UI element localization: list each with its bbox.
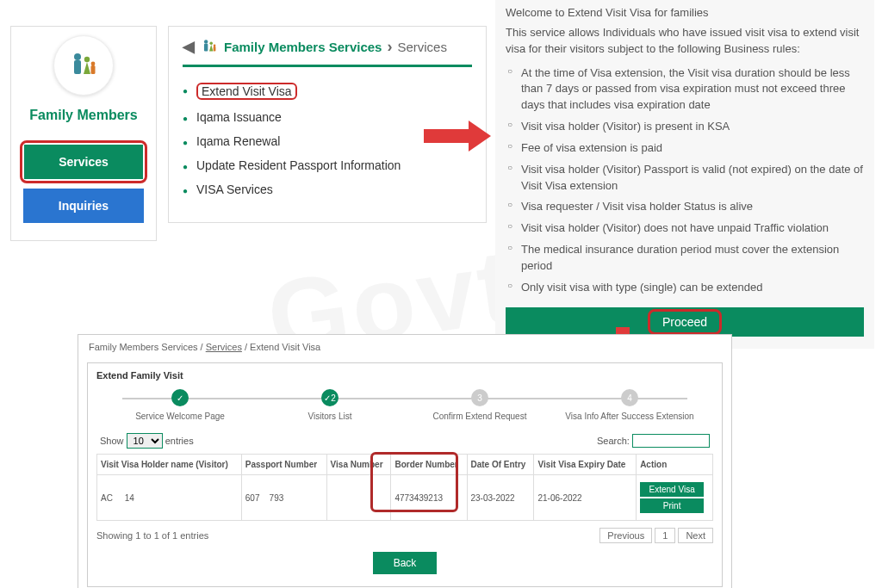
page-button[interactable]: 1 [655, 528, 675, 543]
visitors-panel: Family Members Services / Services / Ext… [78, 334, 732, 588]
svg-point-0 [74, 53, 81, 60]
service-item-passport[interactable]: Update Resident Passport Information [183, 153, 472, 177]
step-1: Service Welcome Page [105, 389, 255, 421]
search-wrap: Search: [597, 434, 710, 448]
pagination: Previous 1 Next [599, 528, 713, 543]
breadcrumb-current: Services [397, 40, 447, 54]
col-entry[interactable]: Date Of Entry [467, 455, 534, 475]
svg-point-8 [214, 45, 216, 47]
rules-list: At the time of Visa extension, the Visit… [506, 63, 864, 299]
rule-item: The medical insurance duration period mu… [506, 239, 864, 277]
visa-table: Visit Visa Holder name (Visitor) Passpor… [96, 454, 713, 521]
box-title: Extend Family Visit [96, 370, 713, 381]
rule-item: At the time of Visa extension, the Visit… [506, 63, 864, 117]
sidebar-card: Family Members Services Inquiries [10, 26, 157, 241]
svg-point-7 [209, 41, 213, 45]
table-row: AC 14 607 793 4773439213 23-03-2022 21-0… [97, 475, 713, 521]
svg-rect-9 [214, 46, 216, 52]
step-3: 3Confirm Extend Request [405, 389, 555, 421]
back-arrow-icon[interactable]: ◀ [183, 37, 195, 56]
search-input[interactable] [632, 434, 710, 448]
service-item-iqama-issuance[interactable]: Iqama Issuance [183, 105, 472, 129]
print-button[interactable]: Print [640, 498, 704, 513]
rule-item: Visit visa holder (Visitor) does not hav… [506, 218, 864, 239]
show-entries: Show 10 entries [100, 433, 194, 449]
svg-point-3 [91, 62, 96, 66]
breadcrumb-title: Family Members Services [224, 40, 382, 54]
breadcrumb-bottom: Family Members Services / Services / Ext… [78, 335, 731, 359]
col-expiry[interactable]: Visit Visa Expiry Date [534, 455, 637, 475]
proceed-bar: Proceed [506, 307, 864, 337]
svg-point-2 [84, 57, 90, 62]
col-border[interactable]: Border Number [391, 455, 467, 475]
step-2: 2Visitors List [255, 389, 405, 421]
inquiries-button[interactable]: Inquiries [23, 189, 144, 223]
crumb-services-link[interactable]: Services [206, 342, 242, 352]
rule-item: Visa requester / Visit visa holder Statu… [506, 196, 864, 218]
entries-select[interactable]: 10 [127, 433, 163, 449]
rule-item: Visit visa holder (Visitor) Passport is … [506, 159, 864, 197]
svg-point-5 [204, 40, 208, 43]
col-visa[interactable]: Visa Number [326, 455, 391, 475]
svg-rect-6 [204, 44, 208, 52]
previous-button[interactable]: Previous [599, 528, 652, 543]
sidebar-title: Family Members [11, 108, 156, 123]
extend-box: Extend Family Visit Service Welcome Page… [87, 362, 723, 587]
showing-text: Showing 1 to 1 of 1 entries [96, 530, 208, 541]
rule-item: Only visit visa with type (single) can b… [506, 277, 864, 299]
svg-rect-1 [74, 60, 81, 74]
services-button[interactable]: Services [24, 145, 143, 179]
step-4: 4Visa Info After Success Extension [555, 389, 705, 421]
col-passport[interactable]: Passport Number [241, 455, 326, 475]
proceed-button[interactable]: Proceed [662, 315, 707, 329]
stepper: Service Welcome Page 2Visitors List 3Con… [105, 389, 705, 421]
col-action[interactable]: Action [637, 455, 713, 475]
services-panel: ◀ Family Members Services › Services Ext… [168, 26, 487, 223]
col-name[interactable]: Visit Visa Holder name (Visitor) [97, 455, 242, 475]
welcome-title: Welcome to Extend Visit Visa for familie… [506, 5, 864, 22]
next-button[interactable]: Next [678, 528, 713, 543]
service-item-extend[interactable]: Extend Visit Visa [183, 77, 472, 105]
breadcrumb: ◀ Family Members Services › Services [183, 37, 472, 67]
info-panel: Welcome to Extend Visit Visa for familie… [495, 0, 874, 349]
chevron-right-icon: › [387, 38, 392, 56]
service-item-visa[interactable]: VISA Services [183, 177, 472, 201]
family-icon [53, 35, 114, 96]
intro-text: This service allows Individuals who have… [506, 25, 864, 58]
border-number-cell: 4773439213 [391, 475, 467, 521]
back-button[interactable]: Back [373, 552, 438, 574]
family-icon-small [200, 37, 219, 56]
extend-visa-button[interactable]: Extend Visa [640, 482, 704, 497]
svg-rect-4 [91, 65, 96, 74]
rule-item: Visit visa holder (Visitor) is present i… [506, 116, 864, 138]
rule-item: Fee of visa extension is paid [506, 138, 864, 159]
